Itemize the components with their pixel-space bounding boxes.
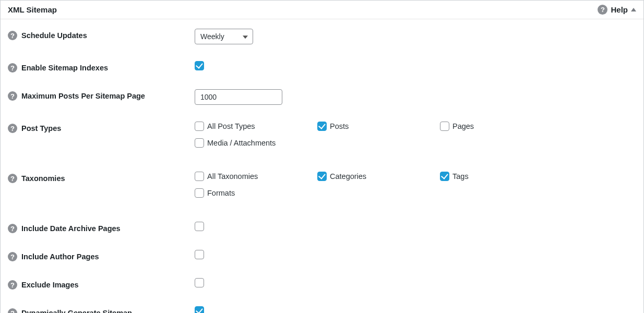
panel-title: XML Sitemap <box>8 5 57 14</box>
dynamically-generate-checkbox[interactable] <box>195 306 204 313</box>
question-icon: ? <box>598 5 607 15</box>
question-icon[interactable]: ? <box>8 174 17 183</box>
schedule-updates-select[interactable]: Weekly <box>195 29 253 44</box>
question-icon[interactable]: ? <box>8 224 17 233</box>
enable-sitemap-indexes-checkbox[interactable] <box>195 61 204 70</box>
include-date-archive-checkbox[interactable] <box>195 222 204 231</box>
checkbox-option: Formats <box>195 188 317 198</box>
taxonomies-options: All Taxonomies Categories Tags Formats <box>195 172 636 205</box>
checkbox-label[interactable]: Tags <box>452 172 469 180</box>
question-icon[interactable]: ? <box>8 308 17 313</box>
help-label: Help <box>611 5 628 14</box>
question-icon[interactable]: ? <box>8 91 17 101</box>
checkbox-label[interactable]: Formats <box>207 189 235 197</box>
media-attachments-checkbox[interactable] <box>195 138 204 148</box>
enable-sitemap-indexes-label: Enable Sitemap Indexes <box>21 64 108 72</box>
checkbox-option: All Post Types <box>195 122 317 131</box>
checkbox-option: Categories <box>317 172 440 181</box>
max-posts-input[interactable] <box>195 89 282 105</box>
schedule-updates-label: Schedule Updates <box>21 31 87 40</box>
row-include-author-pages: ? Include Author Pages <box>8 250 636 261</box>
checkbox-option: Posts <box>317 122 440 131</box>
dynamically-generate-label: Dynamically Generate Sitemap <box>21 309 132 313</box>
all-taxonomies-checkbox[interactable] <box>195 172 204 181</box>
posts-checkbox[interactable] <box>317 122 327 131</box>
include-date-archive-label: Include Date Archive Pages <box>21 224 121 233</box>
pages-checkbox[interactable] <box>440 122 449 131</box>
row-enable-sitemap-indexes: ? Enable Sitemap Indexes <box>8 61 636 73</box>
checkbox-option: Pages <box>440 122 563 131</box>
max-posts-label: Maximum Posts Per Sitemap Page <box>21 92 145 100</box>
question-icon[interactable]: ? <box>8 252 17 261</box>
checkbox-label[interactable]: Media / Attachments <box>207 139 276 147</box>
checkbox-option: Tags <box>440 172 563 181</box>
help-toggle[interactable]: ? Help <box>598 5 636 15</box>
exclude-images-label: Exclude Images <box>21 281 79 289</box>
row-include-date-archive: ? Include Date Archive Pages <box>8 222 636 233</box>
row-schedule-updates: ? Schedule Updates Weekly <box>8 29 636 44</box>
tags-checkbox[interactable] <box>440 172 449 181</box>
question-icon[interactable]: ? <box>8 124 17 133</box>
checkbox-option: Media / Attachments <box>195 138 317 148</box>
include-author-pages-label: Include Author Pages <box>21 252 99 261</box>
checkbox-label[interactable]: All Taxonomies <box>207 172 258 180</box>
question-icon[interactable]: ? <box>8 31 17 40</box>
include-author-pages-checkbox[interactable] <box>195 250 204 259</box>
row-exclude-images: ? Exclude Images <box>8 278 636 290</box>
row-max-posts: ? Maximum Posts Per Sitemap Page <box>8 89 636 105</box>
post-types-label: Post Types <box>21 124 61 133</box>
checkbox-label[interactable]: All Post Types <box>207 122 255 130</box>
row-taxonomies: ? Taxonomies All Taxonomies Categories <box>8 172 636 205</box>
panel-header: XML Sitemap ? Help <box>1 1 643 19</box>
question-icon[interactable]: ? <box>8 63 17 73</box>
checkbox-label[interactable]: Categories <box>330 172 366 180</box>
checkbox-label[interactable]: Pages <box>452 122 474 130</box>
all-post-types-checkbox[interactable] <box>195 122 204 131</box>
schedule-updates-select-wrapper: Weekly <box>195 29 253 44</box>
categories-checkbox[interactable] <box>317 172 327 181</box>
question-icon[interactable]: ? <box>8 280 17 290</box>
exclude-images-checkbox[interactable] <box>195 278 204 287</box>
checkbox-label[interactable]: Posts <box>330 122 349 130</box>
xml-sitemap-panel: XML Sitemap ? Help ? Schedule Updates We… <box>0 0 644 313</box>
row-post-types: ? Post Types All Post Types Posts Pages <box>8 122 636 155</box>
taxonomies-label: Taxonomies <box>21 174 65 183</box>
formats-checkbox[interactable] <box>195 188 204 198</box>
post-types-options: All Post Types Posts Pages Media / Attac… <box>195 122 636 155</box>
panel-body: ? Schedule Updates Weekly ? Enable Sitem… <box>1 19 643 313</box>
caret-up-icon <box>631 8 636 11</box>
checkbox-option: All Taxonomies <box>195 172 317 181</box>
row-dynamically-generate: ? Dynamically Generate Sitemap <box>8 306 636 313</box>
